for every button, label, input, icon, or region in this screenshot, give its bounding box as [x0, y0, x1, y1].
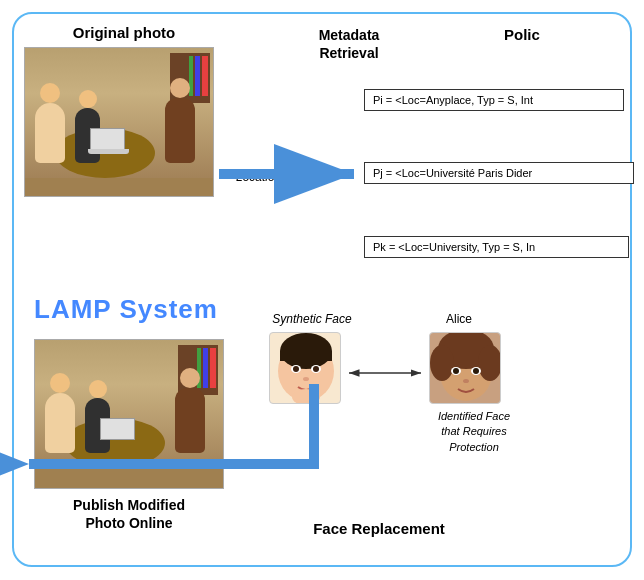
policy-box-1: Pi = <Loc=Anyplace, Typ = S, Int [364, 89, 624, 111]
face-replacement-label: Face Replacement [299, 520, 459, 537]
original-photo-label: Original photo [24, 24, 224, 41]
svg-point-16 [453, 368, 459, 374]
main-container: Original photo [12, 12, 632, 567]
svg-rect-4 [280, 351, 332, 361]
left-column: Original photo [24, 24, 224, 197]
publish-modified-label: Publish Modified Photo Online [34, 496, 224, 532]
alice-label: Alice [429, 312, 489, 326]
svg-point-6 [293, 366, 299, 372]
synthetic-face-label: Synthetic Face [272, 312, 352, 326]
double-arrow [344, 364, 426, 382]
alice-face-box [429, 332, 501, 404]
back-arrow [24, 374, 324, 484]
lamp-system-label: LAMP System [34, 294, 234, 325]
policy-header: Polic [504, 26, 540, 43]
original-photo-box [24, 47, 214, 197]
policy-box-2: Pj = <Loc=Université Paris Dider [364, 162, 634, 184]
policy-box-3: Pk = <Loc=University, Typ = S, In [364, 236, 629, 258]
svg-point-8 [313, 366, 319, 372]
alice-face-svg [430, 333, 501, 404]
svg-point-14 [478, 345, 501, 381]
svg-point-19 [463, 379, 469, 383]
identified-face-label: Identified Face that Requires Protection [424, 409, 524, 455]
svg-point-18 [473, 368, 479, 374]
metadata-retrieval-label: Metadata Retrieval [294, 26, 404, 62]
svg-point-13 [430, 345, 454, 381]
location-arrow [219, 162, 369, 186]
